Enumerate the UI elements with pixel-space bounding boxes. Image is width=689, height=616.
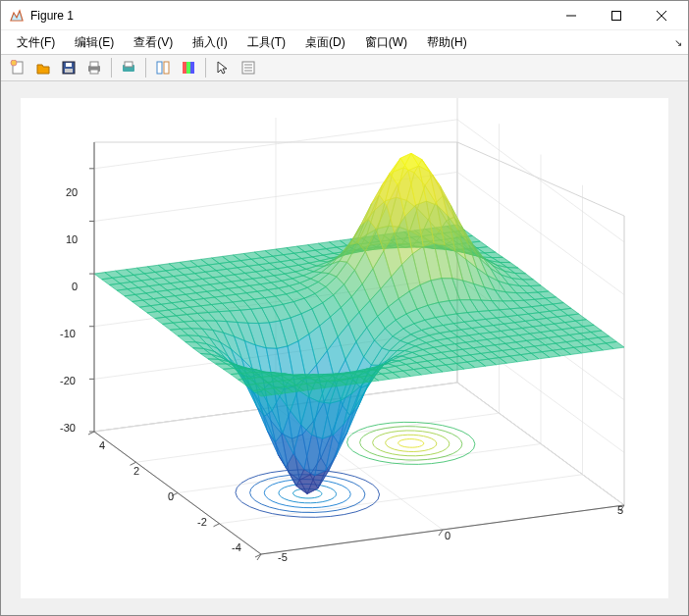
svg-rect-19 [190, 62, 194, 74]
surface-plot [21, 98, 668, 598]
title-bar: Figure 1 [1, 1, 688, 30]
menu-bar: 文件(F) 编辑(E) 查看(V) 插入(I) 工具(T) 桌面(D) 窗口(W… [1, 30, 688, 54]
svg-rect-11 [90, 62, 98, 67]
data-cursor-icon[interactable] [237, 57, 260, 78]
z-tick-label: 0 [72, 281, 78, 292]
window-title: Figure 1 [30, 9, 549, 23]
menu-tools[interactable]: 工具(T) [238, 31, 295, 54]
menu-edit[interactable]: 编辑(E) [65, 31, 124, 54]
new-figure-icon[interactable] [6, 57, 29, 78]
app-icon [9, 8, 25, 24]
y-tick-label: -2 [197, 516, 207, 528]
plot-area: 20 10 0 -10 -20 -30 4 2 0 -2 -4 -5 0 5 [1, 81, 688, 615]
menu-view[interactable]: 查看(V) [124, 31, 183, 54]
minimize-button[interactable] [549, 1, 594, 30]
print-icon[interactable] [82, 57, 106, 78]
menu-window[interactable]: 窗口(W) [355, 31, 417, 54]
svg-rect-18 [186, 62, 190, 74]
svg-line-793 [214, 524, 220, 527]
svg-rect-17 [183, 62, 186, 74]
y-tick-label: -4 [232, 541, 241, 553]
x-tick-label: 5 [617, 504, 623, 516]
z-tick-label: -30 [60, 422, 76, 434]
toolbar-separator [145, 58, 146, 77]
z-tick-label: -20 [60, 375, 76, 386]
toolbar-separator [111, 58, 112, 77]
menu-file[interactable]: 文件(F) [7, 31, 65, 54]
menu-insert[interactable]: 插入(I) [183, 31, 237, 54]
x-tick-label: 0 [445, 530, 450, 541]
z-tick-label: 10 [66, 233, 78, 245]
maximize-button[interactable] [594, 1, 639, 30]
colorbar-icon[interactable] [177, 57, 200, 78]
x-tick-label: -5 [278, 551, 288, 563]
save-icon[interactable] [57, 57, 80, 78]
dock-arrow-icon[interactable]: ↘ [674, 37, 682, 48]
y-tick-label: 4 [99, 439, 105, 451]
y-tick-label: 0 [168, 490, 174, 502]
svg-rect-8 [66, 63, 72, 67]
y-tick-label: 2 [133, 465, 139, 477]
z-tick-label: 20 [66, 186, 78, 198]
toolbar-separator [205, 58, 206, 77]
svg-rect-16 [164, 62, 169, 74]
open-icon[interactable] [31, 57, 55, 78]
axes-3d[interactable]: 20 10 0 -10 -20 -30 4 2 0 -2 -4 -5 0 5 [21, 98, 668, 598]
toolbar [1, 54, 688, 81]
link-axes-icon[interactable] [151, 57, 175, 78]
menu-help[interactable]: 帮助(H) [417, 31, 477, 54]
cursor-icon[interactable] [211, 57, 235, 78]
z-tick-label: -10 [60, 328, 76, 339]
close-button[interactable] [639, 1, 684, 30]
svg-rect-9 [65, 69, 73, 73]
menu-desktop[interactable]: 桌面(D) [295, 31, 355, 54]
svg-rect-14 [125, 62, 132, 67]
svg-rect-12 [90, 70, 98, 74]
svg-rect-2 [612, 11, 621, 20]
svg-point-6 [11, 60, 17, 66]
svg-rect-15 [157, 62, 162, 74]
print-preview-icon[interactable] [117, 57, 140, 78]
